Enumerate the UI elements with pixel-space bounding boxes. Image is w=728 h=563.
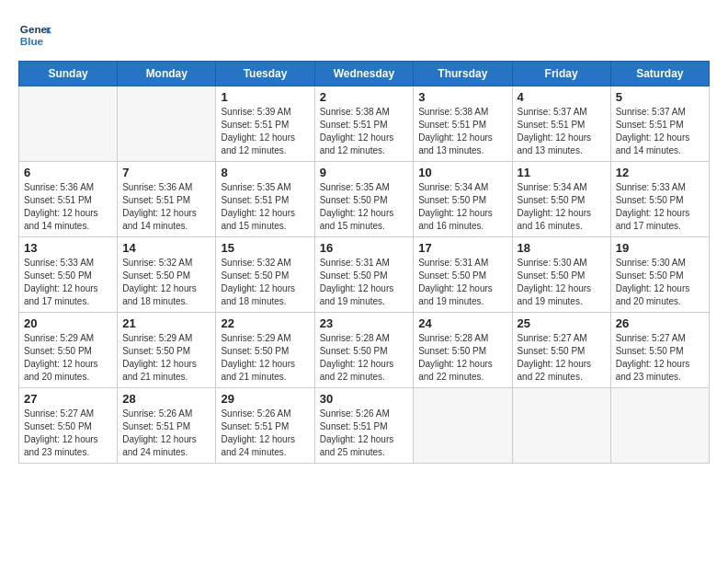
day-number: 9	[320, 166, 409, 179]
calendar-cell: 13Sunrise: 5:33 AMSunset: 5:50 PMDayligh…	[19, 237, 118, 313]
day-number: 10	[418, 166, 506, 179]
calendar-cell: 10Sunrise: 5:34 AMSunset: 5:50 PMDayligh…	[414, 162, 512, 237]
calendar-cell: 11Sunrise: 5:34 AMSunset: 5:50 PMDayligh…	[512, 162, 610, 237]
day-number: 27	[24, 392, 112, 406]
cell-info: Daylight: 12 hours and 19 minutes.	[418, 282, 506, 308]
cell-info: Sunset: 5:51 PM	[221, 119, 309, 132]
cell-info: Sunrise: 5:26 AM	[122, 408, 210, 420]
cell-info: Sunset: 5:50 PM	[418, 270, 506, 282]
cell-info: Sunrise: 5:30 AM	[616, 257, 704, 270]
logo-icon: General Blue	[18, 18, 51, 52]
cell-info: Sunrise: 5:31 AM	[320, 257, 409, 270]
calendar-cell: 23Sunrise: 5:28 AMSunset: 5:50 PMDayligh…	[314, 313, 414, 388]
cell-info: Sunset: 5:50 PM	[24, 345, 112, 358]
cell-info: Sunset: 5:50 PM	[518, 270, 606, 282]
cell-info: Daylight: 12 hours and 24 minutes.	[122, 433, 210, 459]
day-header-wednesday: Wednesday	[314, 62, 414, 86]
day-number: 19	[616, 241, 704, 255]
day-number: 4	[518, 90, 606, 104]
cell-info: Daylight: 12 hours and 12 minutes.	[221, 132, 309, 157]
cell-info: Sunset: 5:51 PM	[518, 119, 606, 132]
cell-info: Sunrise: 5:35 AM	[320, 181, 409, 194]
calendar-cell: 12Sunrise: 5:33 AMSunset: 5:50 PMDayligh…	[610, 162, 709, 237]
cell-info: Sunset: 5:51 PM	[616, 119, 704, 132]
cell-info: Daylight: 12 hours and 20 minutes.	[616, 282, 704, 308]
cell-info: Sunset: 5:50 PM	[616, 345, 704, 358]
cell-info: Sunset: 5:50 PM	[518, 194, 606, 207]
cell-info: Sunrise: 5:29 AM	[24, 332, 112, 345]
day-header-tuesday: Tuesday	[216, 62, 314, 86]
cell-info: Sunrise: 5:28 AM	[418, 332, 506, 345]
cell-info: Daylight: 12 hours and 13 minutes.	[518, 132, 606, 157]
day-header-saturday: Saturday	[610, 62, 709, 86]
day-number: 26	[616, 316, 704, 330]
cell-info: Sunset: 5:51 PM	[122, 194, 210, 207]
cell-info: Daylight: 12 hours and 13 minutes.	[418, 132, 506, 157]
day-number: 12	[616, 166, 704, 179]
cell-info: Sunset: 5:50 PM	[122, 270, 210, 282]
calendar-cell	[19, 86, 118, 162]
cell-info: Sunset: 5:50 PM	[122, 345, 210, 358]
cell-info: Sunrise: 5:35 AM	[221, 181, 309, 194]
day-header-friday: Friday	[512, 62, 610, 86]
cell-info: Sunrise: 5:27 AM	[518, 332, 606, 345]
day-number: 24	[418, 316, 506, 330]
cell-info: Sunrise: 5:39 AM	[221, 106, 309, 119]
calendar-cell: 1Sunrise: 5:39 AMSunset: 5:51 PMDaylight…	[216, 86, 314, 162]
cell-info: Daylight: 12 hours and 21 minutes.	[221, 358, 309, 384]
cell-info: Daylight: 12 hours and 12 minutes.	[320, 132, 409, 157]
day-number: 3	[418, 90, 506, 104]
cell-info: Daylight: 12 hours and 22 minutes.	[418, 358, 506, 384]
calendar-cell: 6Sunrise: 5:36 AMSunset: 5:51 PMDaylight…	[19, 162, 118, 237]
calendar-cell	[414, 388, 512, 464]
cell-info: Sunrise: 5:31 AM	[418, 257, 506, 270]
day-header-sunday: Sunday	[19, 62, 118, 86]
calendar-cell: 28Sunrise: 5:26 AMSunset: 5:51 PMDayligh…	[118, 388, 216, 464]
calendar-cell: 7Sunrise: 5:36 AMSunset: 5:51 PMDaylight…	[118, 162, 216, 237]
cell-info: Sunset: 5:50 PM	[616, 270, 704, 282]
day-number: 20	[24, 316, 112, 330]
cell-info: Sunset: 5:50 PM	[221, 345, 309, 358]
cell-info: Sunset: 5:51 PM	[24, 194, 112, 207]
cell-info: Daylight: 12 hours and 25 minutes.	[320, 433, 409, 459]
cell-info: Daylight: 12 hours and 22 minutes.	[320, 358, 409, 384]
cell-info: Daylight: 12 hours and 17 minutes.	[616, 207, 704, 233]
calendar-cell: 16Sunrise: 5:31 AMSunset: 5:50 PMDayligh…	[314, 237, 414, 313]
calendar-cell: 27Sunrise: 5:27 AMSunset: 5:50 PMDayligh…	[19, 388, 118, 464]
calendar-cell: 8Sunrise: 5:35 AMSunset: 5:51 PMDaylight…	[216, 162, 314, 237]
day-number: 25	[518, 316, 606, 330]
cell-info: Daylight: 12 hours and 18 minutes.	[221, 282, 309, 308]
calendar-cell: 30Sunrise: 5:26 AMSunset: 5:51 PMDayligh…	[314, 388, 414, 464]
cell-info: Daylight: 12 hours and 14 minutes.	[616, 132, 704, 157]
cell-info: Sunrise: 5:29 AM	[221, 332, 309, 345]
cell-info: Sunrise: 5:38 AM	[418, 106, 506, 119]
day-number: 17	[418, 241, 506, 255]
cell-info: Sunrise: 5:33 AM	[616, 181, 704, 194]
day-number: 13	[24, 241, 112, 255]
calendar-cell: 9Sunrise: 5:35 AMSunset: 5:50 PMDaylight…	[314, 162, 414, 237]
cell-info: Daylight: 12 hours and 20 minutes.	[24, 358, 112, 384]
cell-info: Sunrise: 5:32 AM	[221, 257, 309, 270]
calendar-table: SundayMondayTuesdayWednesdayThursdayFrid…	[18, 61, 710, 464]
calendar-cell: 29Sunrise: 5:26 AMSunset: 5:51 PMDayligh…	[216, 388, 314, 464]
calendar-cell: 20Sunrise: 5:29 AMSunset: 5:50 PMDayligh…	[19, 313, 118, 388]
cell-info: Daylight: 12 hours and 23 minutes.	[24, 433, 112, 459]
cell-info: Sunset: 5:50 PM	[24, 420, 112, 433]
calendar-cell	[512, 388, 610, 464]
cell-info: Daylight: 12 hours and 18 minutes.	[122, 282, 210, 308]
cell-info: Sunrise: 5:37 AM	[616, 106, 704, 119]
cell-info: Sunset: 5:51 PM	[418, 119, 506, 132]
day-number: 16	[320, 241, 409, 255]
cell-info: Sunset: 5:51 PM	[122, 420, 210, 433]
svg-text:Blue: Blue	[20, 35, 44, 47]
cell-info: Sunrise: 5:29 AM	[122, 332, 210, 345]
cell-info: Sunset: 5:50 PM	[418, 194, 506, 207]
cell-info: Sunrise: 5:37 AM	[518, 106, 606, 119]
calendar-cell: 25Sunrise: 5:27 AMSunset: 5:50 PMDayligh…	[512, 313, 610, 388]
calendar-cell: 3Sunrise: 5:38 AMSunset: 5:51 PMDaylight…	[414, 86, 512, 162]
cell-info: Daylight: 12 hours and 24 minutes.	[221, 433, 309, 459]
cell-info: Sunrise: 5:32 AM	[122, 257, 210, 270]
cell-info: Daylight: 12 hours and 14 minutes.	[122, 207, 210, 233]
calendar-cell: 21Sunrise: 5:29 AMSunset: 5:50 PMDayligh…	[118, 313, 216, 388]
cell-info: Sunrise: 5:36 AM	[122, 181, 210, 194]
